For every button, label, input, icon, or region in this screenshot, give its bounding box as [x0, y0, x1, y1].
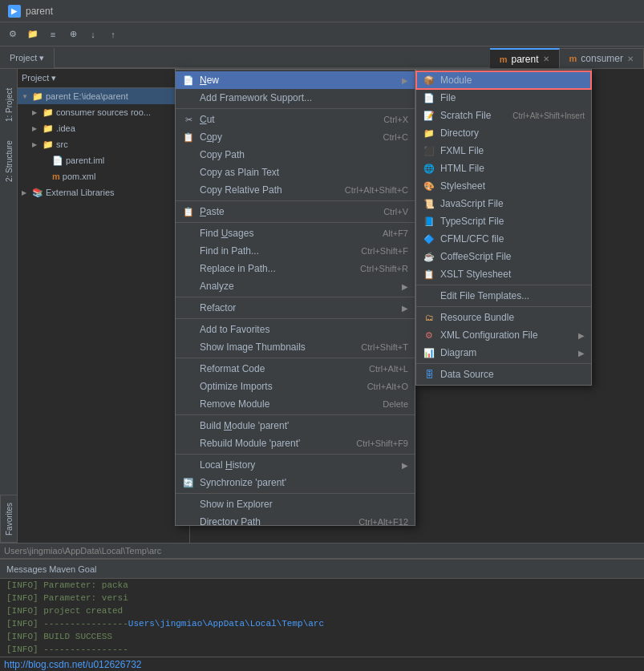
menu-item-copy-relative[interactable]: Copy Relative Path Ctrl+Alt+Shift+C: [176, 181, 415, 199]
toolbar-settings-btn[interactable]: ⚙: [4, 26, 22, 43]
submenu-file-text: File: [440, 92, 585, 103]
sidebar-tab-project[interactable]: 1: Project: [2, 77, 16, 133]
build-icon: [182, 419, 195, 432]
submenu-item-xml-config[interactable]: ⚙ XML Configuration File ▶: [416, 326, 591, 344]
submenu-fxml-text: FXML File: [440, 145, 585, 156]
submenu-item-cfml[interactable]: 🔷 CFML/CFC file: [416, 230, 591, 248]
menu-item-rebuild[interactable]: Rebuild Module 'parent' Ctrl+Shift+F9: [176, 435, 415, 452]
menu-divider-3: [176, 222, 415, 223]
tab-parent-close[interactable]: ✕: [543, 55, 549, 63]
menu-item-synchronize[interactable]: 🔄 Synchronize 'parent': [176, 474, 415, 491]
add-framework-text: Add Framework Support...: [200, 92, 408, 103]
resource-icon: 🗂: [423, 311, 435, 324]
submenu-item-diagram[interactable]: 📊 Diagram ▶: [416, 344, 591, 362]
menu-item-local-history[interactable]: Local History ▶: [176, 456, 415, 474]
toolbar-add-btn[interactable]: ⊕: [64, 26, 82, 43]
favorites-text: Add to Favorites: [200, 324, 408, 335]
tab-consumer[interactable]: m consumer ✕: [560, 48, 644, 68]
menu-item-add-favorites[interactable]: Add to Favorites: [176, 321, 415, 338]
file-icon: 📄: [423, 91, 435, 104]
paste-text: Paste: [200, 206, 379, 217]
tree-item-idea[interactable]: ▶ 📁 .idea: [18, 120, 189, 136]
menu-item-analyze[interactable]: Analyze ▶: [176, 277, 415, 295]
menu-item-refactor[interactable]: Refactor ▶: [176, 299, 415, 317]
menu-item-show-explorer[interactable]: Show in Explorer: [176, 495, 415, 513]
css-icon: 🎨: [423, 180, 435, 192]
submenu-item-data-source[interactable]: 🗄 Data Source: [416, 366, 591, 383]
menu-item-copy[interactable]: 📋 Copy Ctrl+C: [176, 128, 415, 146]
menu-item-thumbnails[interactable]: Show Image Thumbnails Ctrl+Shift+T: [176, 338, 415, 356]
copy-rel-icon: [182, 184, 195, 196]
toolbar-folder-btn[interactable]: 📁: [24, 26, 42, 43]
tree-item-src[interactable]: ▶ 📁 src: [18, 136, 189, 152]
toolbar-menu-btn[interactable]: ≡: [44, 26, 62, 43]
submenu-item-xslt[interactable]: 📋 XSLT Stylesheet: [416, 265, 591, 283]
dir-path-icon: [182, 515, 195, 526]
submenu-item-fxml[interactable]: ⬛ FXML File: [416, 142, 591, 160]
menu-item-replace-path[interactable]: Replace in Path... Ctrl+Shift+R: [176, 260, 415, 277]
tree-item-pom[interactable]: m pom.xml: [18, 168, 189, 184]
menu-item-new[interactable]: 📄 New ▶: [176, 71, 415, 89]
submenu-item-edit-templates[interactable]: Edit File Templates...: [416, 287, 591, 305]
analyze-arrow: ▶: [402, 282, 408, 291]
analyze-text: Analyze: [200, 281, 397, 292]
menu-item-remove-module[interactable]: Remove Module Delete: [176, 395, 415, 413]
submenu-item-javascript[interactable]: 📜 JavaScript File: [416, 195, 591, 212]
xml-config-icon: ⚙: [423, 329, 435, 342]
tree-item-parent-iml[interactable]: 📄 parent.iml: [18, 152, 189, 168]
menu-item-find-usages[interactable]: Find Usages Alt+F7: [176, 224, 415, 242]
submenu-item-file[interactable]: 📄 File: [416, 89, 591, 107]
tree-item-parent[interactable]: ▼ 📁 parent E:\idea\parent: [18, 88, 189, 104]
submenu-module-text: Module: [440, 75, 585, 86]
submenu-item-html[interactable]: 🌐 HTML File: [416, 160, 591, 177]
submenu-item-resource-bundle[interactable]: 🗂 Resource Bundle: [416, 309, 591, 326]
menu-divider-1: [176, 108, 415, 109]
project-dropdown[interactable]: Project ▾: [22, 73, 56, 83]
submenu-item-coffeescript[interactable]: ☕ CoffeeScript File: [416, 248, 591, 265]
tab-consumer-close[interactable]: ✕: [627, 55, 634, 63]
menu-item-add-framework[interactable]: Add Framework Support...: [176, 89, 415, 107]
menu-item-build[interactable]: Build Module 'parent': [176, 417, 415, 435]
toolbar-up-btn[interactable]: ↑: [104, 26, 122, 43]
toolbar-down-btn[interactable]: ↓: [84, 26, 102, 43]
favorites-label: Favorites: [5, 502, 14, 535]
menu-item-copy-path[interactable]: Copy Path: [176, 146, 415, 164]
submenu-xml-text: XML Configuration File: [440, 329, 573, 341]
submenu-item-typescript[interactable]: 📘 TypeScript File: [416, 212, 591, 230]
tree-label-src: src: [56, 139, 68, 149]
submenu-data-source-text: Data Source: [440, 369, 585, 380]
menu-divider-6: [176, 358, 415, 358]
menu-divider-7: [176, 414, 415, 415]
menu-item-copy-plain[interactable]: Copy as Plain Text: [176, 164, 415, 181]
tree-item-consumer[interactable]: ▶ 📁 consumer sources roo...: [18, 104, 189, 120]
menu-item-dir-path[interactable]: Directory Path Ctrl+Alt+F12: [176, 513, 415, 526]
menu-item-paste[interactable]: 📋 Paste Ctrl+V: [176, 203, 415, 220]
menu-item-reformat[interactable]: Reformat Code Ctrl+Alt+L: [176, 360, 415, 378]
favorites-tab[interactable]: Favorites: [0, 495, 18, 543]
msg-line-4: [INFO] ----------------Users\jingmiao\Ap…: [6, 619, 638, 632]
menu-item-optimize[interactable]: Optimize Imports Ctrl+Alt+O: [176, 378, 415, 395]
cfml-icon: 🔷: [423, 232, 435, 245]
sidebar-tab-structure[interactable]: 2: Structure: [2, 133, 16, 189]
menu-divider-4: [176, 297, 415, 297]
submenu-item-stylesheet[interactable]: 🎨 Stylesheet: [416, 177, 591, 195]
copy-rel-text: Copy Relative Path: [200, 184, 340, 196]
submenu-item-directory[interactable]: 📁 Directory: [416, 124, 591, 142]
menu-item-cut[interactable]: ✂ Cut Ctrl+X: [176, 111, 415, 128]
msg-line-6: [INFO] ----------------: [6, 645, 638, 657]
tree-item-ext-libs[interactable]: ▶ 📚 External Libraries: [18, 184, 189, 200]
new-arrow: ▶: [402, 76, 408, 85]
submenu-item-scratch[interactable]: 📝 Scratch File Ctrl+Alt+Shift+Insert: [416, 107, 591, 124]
submenu-item-module[interactable]: 📦 Module: [416, 71, 591, 89]
remove-module-icon: [182, 398, 195, 410]
reformat-icon: [182, 362, 195, 375]
find-usages-shortcut: Alt+F7: [383, 228, 408, 238]
tab-project-panel[interactable]: Project ▾: [0, 48, 55, 68]
thumbnails-icon: [182, 341, 195, 354]
refactor-text: Refactor: [200, 302, 397, 313]
app-icon: ▶: [8, 5, 21, 18]
menu-item-find-path[interactable]: Find in Path... Ctrl+Shift+F: [176, 242, 415, 260]
explorer-text: Show in Explorer: [200, 499, 408, 510]
submenu-new: 📦 Module 📄 File 📝 Scratch File Ctrl+Alt+…: [415, 69, 592, 386]
tab-parent[interactable]: m parent ✕: [490, 48, 560, 68]
